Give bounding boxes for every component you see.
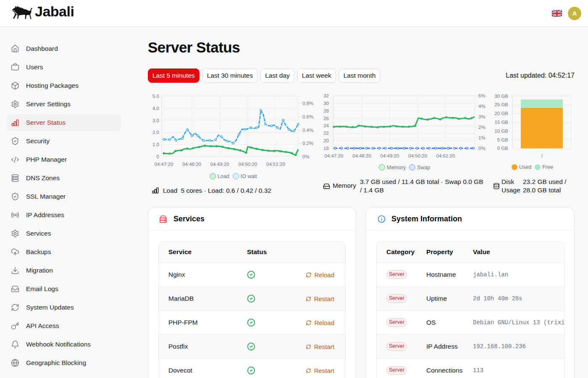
svg-text:0%: 0% bbox=[302, 154, 310, 159]
svg-text:1.0: 1.0 bbox=[152, 142, 159, 147]
svg-text:28: 28 bbox=[323, 108, 329, 113]
svg-text:04:51:20: 04:51:20 bbox=[266, 162, 285, 167]
svg-text:04:48:20: 04:48:20 bbox=[352, 153, 371, 158]
svg-text:04:51:20: 04:51:20 bbox=[436, 153, 455, 158]
svg-text:0.4%: 0.4% bbox=[302, 128, 313, 133]
svg-text:18: 18 bbox=[323, 146, 329, 151]
svg-text:04:47:20: 04:47:20 bbox=[155, 162, 173, 167]
svg-text:04:47:20: 04:47:20 bbox=[325, 153, 344, 158]
svg-text:1%: 1% bbox=[478, 135, 486, 140]
svg-text:4.0: 4.0 bbox=[152, 106, 159, 111]
svg-text:3.0: 3.0 bbox=[152, 118, 159, 123]
svg-text:0.2%: 0.2% bbox=[302, 141, 313, 146]
svg-text:32: 32 bbox=[323, 93, 329, 98]
svg-text:15 GB: 15 GB bbox=[494, 120, 508, 125]
svg-text:0.8%: 0.8% bbox=[302, 101, 313, 106]
svg-text:0: 0 bbox=[157, 154, 159, 159]
svg-text:20: 20 bbox=[323, 138, 329, 143]
svg-text:0 GB: 0 GB bbox=[497, 146, 509, 151]
svg-text:0.6%: 0.6% bbox=[302, 114, 313, 119]
svg-text:30: 30 bbox=[323, 101, 329, 106]
svg-text:2.0: 2.0 bbox=[152, 130, 159, 135]
svg-text:04:49:20: 04:49:20 bbox=[210, 162, 229, 167]
svg-text:3%: 3% bbox=[478, 114, 486, 119]
svg-text:04:48:20: 04:48:20 bbox=[182, 162, 201, 167]
svg-text:20 GB: 20 GB bbox=[494, 111, 508, 116]
svg-text:04:50:20: 04:50:20 bbox=[408, 153, 427, 158]
svg-text:5.0: 5.0 bbox=[152, 94, 159, 99]
svg-text:5 GB: 5 GB bbox=[497, 137, 509, 142]
svg-text:22: 22 bbox=[323, 131, 329, 136]
svg-text:24: 24 bbox=[323, 123, 329, 128]
svg-text:2%: 2% bbox=[478, 125, 486, 130]
svg-text:0%: 0% bbox=[478, 146, 486, 151]
svg-text:10 GB: 10 GB bbox=[494, 129, 508, 134]
svg-text:25 GB: 25 GB bbox=[494, 102, 508, 107]
svg-text:26: 26 bbox=[323, 116, 329, 121]
svg-text:04:49:20: 04:49:20 bbox=[381, 153, 399, 158]
svg-text:5%: 5% bbox=[478, 93, 486, 98]
svg-text:04:50:20: 04:50:20 bbox=[238, 162, 257, 167]
svg-text:4%: 4% bbox=[478, 104, 486, 109]
svg-text:30 GB: 30 GB bbox=[494, 94, 508, 99]
svg-text:/: / bbox=[541, 153, 543, 158]
